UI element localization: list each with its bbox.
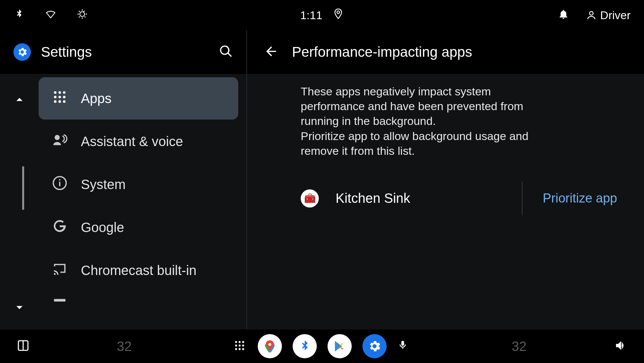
app-row: 🧰 Kitchen Sink Prioritize app [301,178,617,219]
svg-point-9 [63,100,66,103]
svg-point-19 [242,341,244,343]
row-divider [522,182,523,215]
settings-header: Settings [0,30,246,74]
svg-point-2 [58,91,61,94]
svg-rect-13 [59,179,60,180]
app-name-label: Kitchen Sink [336,191,410,206]
system-bottom-bar: 32 32 [0,329,644,363]
nav-item-label: Assistant & voice [81,134,183,149]
svg-point-22 [242,345,244,347]
app-icon: 🧰 [301,189,319,208]
scroll-down-button[interactable] [12,300,27,316]
app-launcher-button[interactable] [234,339,247,353]
volume-icon[interactable] [614,339,627,354]
status-bar: 1:11 Driver [0,0,644,30]
dashboard-icon[interactable] [17,339,30,353]
svg-rect-14 [54,299,66,302]
cast-icon [52,261,67,280]
search-button[interactable] [219,44,233,60]
svg-point-1 [54,91,57,94]
svg-point-20 [235,345,237,347]
assistant-voice-icon [52,132,67,151]
location-icon [333,8,344,22]
svg-point-4 [54,96,57,98]
prioritize-app-button[interactable]: Prioritize app [543,191,617,206]
apps-grid-icon [52,89,67,108]
back-button[interactable] [264,44,279,60]
svg-point-24 [239,348,241,350]
nav-item-label: Google [81,220,124,235]
nav-item-partial[interactable] [39,292,238,306]
dock-play-store-button[interactable] [328,334,352,358]
nav-item-label: System [81,177,126,192]
svg-point-17 [235,341,237,343]
nav-item-label: Apps [81,91,111,106]
settings-title: Settings [41,44,209,60]
svg-point-7 [54,100,57,103]
nav-item-apps[interactable]: Apps [39,77,238,120]
scroll-indicator [22,166,24,210]
svg-rect-12 [59,182,60,186]
svg-point-25 [242,348,244,350]
svg-point-26 [268,343,271,346]
detail-title: Performance-impacting apps [292,44,472,60]
generic-icon [52,292,67,306]
detail-header: Performance-impacting apps [247,30,644,74]
dock-bluetooth-button[interactable] [293,334,317,358]
detail-description: These apps negatively impact system perf… [301,84,556,158]
dock-maps-button[interactable] [258,334,282,358]
detail-pane: Performance-impacting apps These apps ne… [247,30,644,329]
nav-item-google[interactable]: Google [39,206,238,248]
settings-gear-icon [13,43,31,61]
svg-point-3 [63,91,66,94]
info-icon [52,175,67,194]
voice-assistant-button[interactable] [397,339,411,353]
svg-point-10 [55,135,60,140]
user-profile-button[interactable]: Driver [586,9,631,22]
nav-item-assistant-voice[interactable]: Assistant & voice [39,120,238,163]
svg-point-8 [58,100,61,103]
temperature-right[interactable]: 32 [512,339,527,354]
svg-point-6 [63,96,66,98]
user-profile-label: Driver [600,9,631,22]
temperature-left[interactable]: 32 [117,339,132,354]
brightness-icon [77,8,88,22]
wifi-icon [45,8,56,22]
app-dock [234,334,411,358]
nav-item-label: Chromecast built-in [81,263,197,278]
content-area: Settings Apps [0,30,644,329]
nav-item-chromecast[interactable]: Chromecast built-in [39,249,238,291]
settings-nav-list: Apps Assistant & voice System [39,74,246,329]
notification-bell-icon[interactable] [558,8,569,22]
google-g-icon [52,218,67,237]
svg-point-21 [239,345,241,347]
app-info-button[interactable]: 🧰 Kitchen Sink [301,189,515,208]
svg-point-5 [58,96,61,98]
svg-point-23 [235,348,237,350]
dock-settings-button[interactable] [362,334,387,358]
clock-time: 1:11 [300,9,322,22]
svg-point-18 [239,341,241,343]
svg-point-0 [590,11,593,15]
nav-item-system[interactable]: System [39,163,238,206]
settings-sidebar: Settings Apps [0,30,247,329]
bluetooth-icon [13,8,25,22]
scroll-up-button[interactable] [12,92,27,108]
